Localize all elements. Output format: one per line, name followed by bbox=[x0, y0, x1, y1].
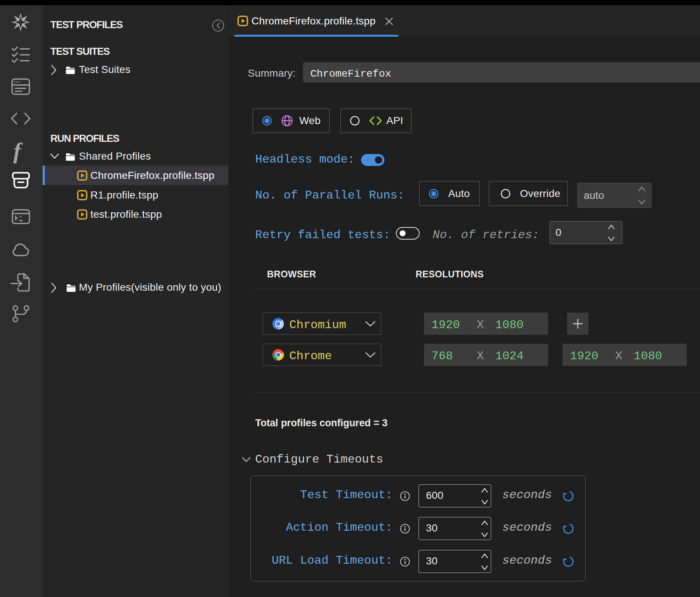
svg-text:f: f bbox=[13, 138, 23, 163]
